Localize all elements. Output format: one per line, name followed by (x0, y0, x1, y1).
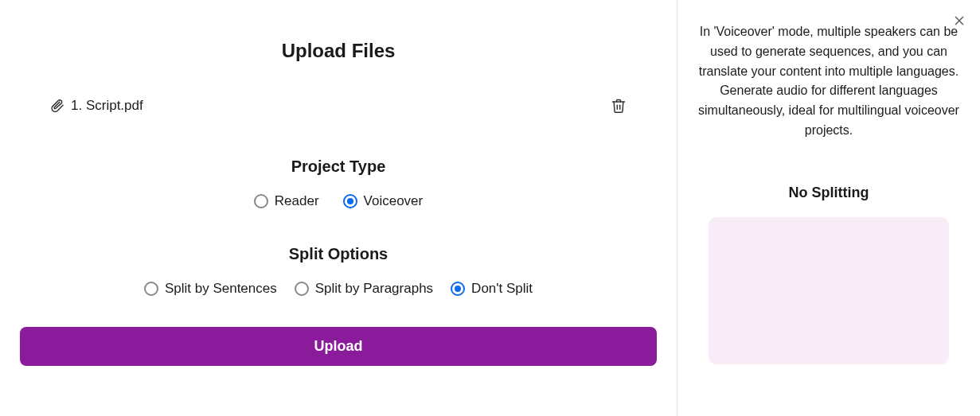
side-panel: In 'Voiceover' mode, multiple speakers c… (677, 0, 980, 416)
preview-box (709, 217, 949, 364)
project-type-options: Reader Voiceover (20, 193, 657, 209)
attachment-icon (50, 99, 64, 113)
radio-split-paragraphs[interactable]: Split by Paragraphs (295, 281, 433, 297)
file-row: 1. Script.pdf (20, 98, 657, 114)
radio-indicator (144, 282, 158, 296)
radio-reader[interactable]: Reader (254, 193, 319, 209)
radio-indicator (343, 194, 357, 208)
radio-label: Voiceover (364, 193, 424, 209)
radio-label: Don't Split (471, 281, 533, 297)
radio-indicator (254, 194, 268, 208)
split-options: Split by Sentences Split by Paragraphs D… (20, 281, 657, 297)
upload-button[interactable]: Upload (20, 327, 657, 366)
preview-heading: No Splitting (789, 185, 869, 201)
page-title: Upload Files (20, 40, 657, 62)
radio-voiceover[interactable]: Voiceover (343, 193, 424, 209)
delete-file-button[interactable] (611, 98, 627, 114)
radio-indicator (451, 282, 465, 296)
close-button[interactable] (953, 14, 969, 30)
radio-label: Split by Sentences (165, 281, 277, 297)
radio-indicator (295, 282, 309, 296)
radio-label: Split by Paragraphs (315, 281, 433, 297)
radio-split-sentences[interactable]: Split by Sentences (144, 281, 277, 297)
project-type-heading: Project Type (20, 157, 657, 176)
info-text: In 'Voiceover' mode, multiple speakers c… (693, 22, 964, 141)
radio-label: Reader (275, 193, 319, 209)
file-entry: 1. Script.pdf (50, 98, 143, 114)
radio-dont-split[interactable]: Don't Split (451, 281, 533, 297)
split-options-heading: Split Options (20, 245, 657, 263)
main-panel: Upload Files 1. Script.pdf Project Type … (0, 0, 677, 416)
file-name: 1. Script.pdf (71, 98, 143, 114)
